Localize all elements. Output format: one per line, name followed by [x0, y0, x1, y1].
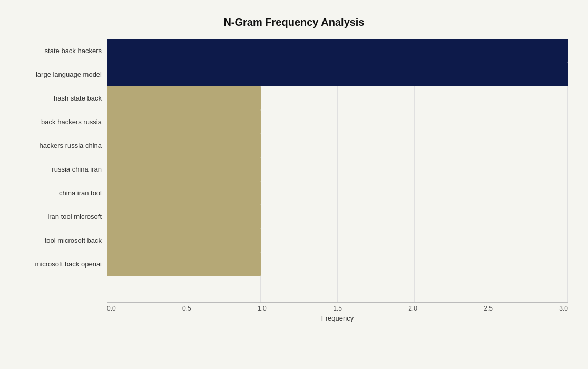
chart-container: N-Gram Frequency Analysis state back hac… [4, 6, 584, 364]
bar-track [107, 181, 568, 205]
bar-row: large language model [20, 63, 568, 86]
bar-label: microsoft back openai [20, 260, 107, 268]
bar-row: iran tool microsoft [20, 205, 568, 228]
bar-track [107, 228, 568, 252]
bar-fill [107, 205, 261, 228]
bar-row: hash state back [20, 86, 568, 110]
bar-label: russia china iran [20, 165, 107, 173]
bar-fill [107, 86, 261, 110]
x-tick-1: 0.5 [182, 305, 191, 312]
chart-area: state back hackerslarge language modelha… [20, 39, 568, 260]
bar-fill [107, 110, 261, 134]
x-tick-5: 2.5 [484, 305, 493, 312]
bar-label: iran tool microsoft [20, 213, 107, 221]
bar-track [107, 205, 568, 228]
x-tick-6: 3.0 [559, 305, 568, 312]
bar-track [107, 110, 568, 134]
bar-label: large language model [20, 71, 107, 78]
bar-track [107, 157, 568, 181]
bar-label: state back hackers [20, 47, 107, 55]
bar-row: china iran tool [20, 181, 568, 205]
bar-row: hackers russia china [20, 134, 568, 157]
bar-fill [107, 63, 568, 86]
x-axis-title: Frequency [107, 314, 568, 322]
bar-label: hash state back [20, 94, 107, 102]
bar-row: russia china iran [20, 157, 568, 181]
x-tick-3: 1.5 [333, 305, 342, 312]
bar-row: microsoft back openai [20, 252, 568, 276]
bar-row: back hackers russia [20, 110, 568, 134]
bar-fill [107, 181, 261, 205]
bar-track [107, 63, 568, 86]
x-tick-0: 0.0 [107, 305, 116, 312]
bar-track [107, 39, 568, 63]
bar-fill [107, 252, 261, 276]
bar-track [107, 86, 568, 110]
bar-track [107, 252, 568, 276]
bar-fill [107, 157, 261, 181]
bar-row: state back hackers [20, 39, 568, 63]
bar-label: hackers russia china [20, 142, 107, 149]
bar-label: china iran tool [20, 189, 107, 197]
x-tick-2: 1.0 [258, 305, 267, 312]
bar-fill [107, 39, 568, 63]
x-tick-4: 2.0 [408, 305, 417, 312]
chart-title: N-Gram Frequency Analysis [20, 16, 568, 28]
bar-row: tool microsoft back [20, 228, 568, 252]
bar-fill [107, 134, 261, 157]
bar-label: tool microsoft back [20, 236, 107, 244]
bar-label: back hackers russia [20, 118, 107, 126]
bar-track [107, 134, 568, 157]
bar-fill [107, 228, 261, 252]
